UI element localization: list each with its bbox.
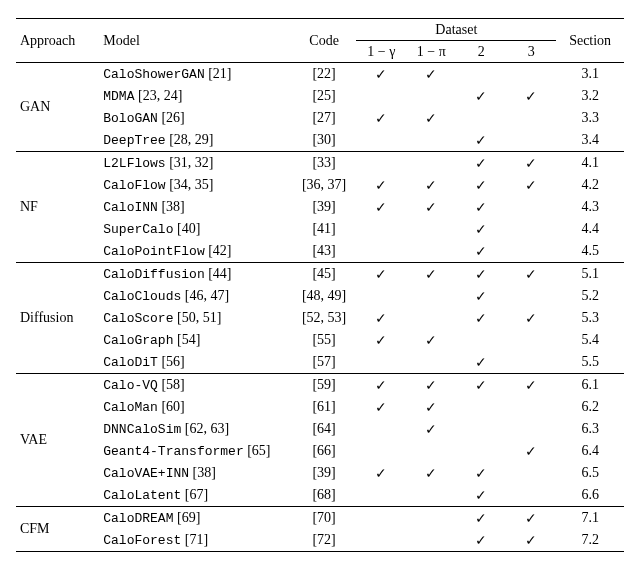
model-cell: CaloFlow [34, 35] [99, 174, 292, 196]
dataset-cell [356, 396, 406, 418]
model-ref: [38] [158, 199, 185, 214]
dataset-cell [456, 329, 506, 351]
model-ref: [50, 51] [173, 310, 221, 325]
dataset-cell [356, 374, 406, 397]
check-icon [375, 333, 387, 348]
code-cell: [52, 53] [292, 307, 357, 329]
section-cell: 6.4 [556, 440, 624, 462]
dataset-cell [406, 529, 456, 552]
table-row: CaloPointFlow [42][43]4.5 [16, 240, 624, 263]
model-cell: CaloScore [50, 51] [99, 307, 292, 329]
section-cell: 6.6 [556, 484, 624, 507]
dataset-cell [356, 285, 406, 307]
check-icon [475, 156, 487, 171]
model-ref: [46, 47] [181, 288, 229, 303]
dataset-cell [406, 285, 456, 307]
model-cell: CaloGraph [54] [99, 329, 292, 351]
dataset-cell [356, 196, 406, 218]
dataset-cell [406, 152, 456, 175]
model-name: CaloLatent [103, 488, 181, 503]
table-row: CaloDiT [56][57]5.5 [16, 351, 624, 374]
model-name: CaloPointFlow [103, 244, 204, 259]
check-icon [475, 222, 487, 237]
table-row: Geant4-Transformer [65][66]6.4 [16, 440, 624, 462]
model-cell: BoloGAN [26] [99, 107, 292, 129]
table-row: CaloGraph [54][55]5.4 [16, 329, 624, 351]
code-cell: [27] [292, 107, 357, 129]
col-ds4: 3 [506, 41, 556, 63]
model-cell: CaloDREAM [69] [99, 507, 292, 530]
model-name: CaloClouds [103, 289, 181, 304]
dataset-cell [356, 529, 406, 552]
model-name: CaloMan [103, 400, 158, 415]
model-name: SuperCalo [103, 222, 173, 237]
section-cell: 3.1 [556, 63, 624, 86]
col-code: Code [292, 19, 357, 63]
section-cell: 3.3 [556, 107, 624, 129]
model-name: CaloScore [103, 311, 173, 326]
section-cell: 7.2 [556, 529, 624, 552]
check-icon [375, 67, 387, 82]
model-cell: Geant4-Transformer [65] [99, 440, 292, 462]
check-icon [425, 67, 437, 82]
dataset-cell [456, 440, 506, 462]
dataset-cell [506, 529, 556, 552]
check-icon [475, 488, 487, 503]
check-icon [425, 422, 437, 437]
dataset-cell [356, 174, 406, 196]
dataset-cell [456, 129, 506, 152]
check-icon [425, 111, 437, 126]
model-ref: [69] [173, 510, 200, 525]
table-row: CaloMan [60][61]6.2 [16, 396, 624, 418]
section-cell: 6.2 [556, 396, 624, 418]
dataset-cell [506, 396, 556, 418]
dataset-cell [406, 240, 456, 263]
dataset-cell [506, 507, 556, 530]
dataset-cell [406, 440, 456, 462]
dataset-cell [456, 351, 506, 374]
model-name: CaloForest [103, 533, 181, 548]
section-cell: 4.4 [556, 218, 624, 240]
dataset-cell [356, 129, 406, 152]
code-cell: [39] [292, 196, 357, 218]
check-icon [375, 111, 387, 126]
code-cell: [59] [292, 374, 357, 397]
model-name: CaloDREAM [103, 511, 173, 526]
dataset-cell [406, 196, 456, 218]
check-icon [375, 400, 387, 415]
dataset-cell [356, 307, 406, 329]
model-name: CaloDiT [103, 355, 158, 370]
dataset-cell [506, 174, 556, 196]
section-cell: 3.2 [556, 85, 624, 107]
dataset-cell [356, 107, 406, 129]
check-icon [475, 378, 487, 393]
table-row: CaloForest [71][72]7.2 [16, 529, 624, 552]
model-ref: [54] [173, 332, 200, 347]
model-ref: [26] [158, 110, 185, 125]
model-cell: CaloDiffusion [44] [99, 263, 292, 286]
model-ref: [23, 24] [134, 88, 182, 103]
dataset-cell [456, 418, 506, 440]
dataset-cell [406, 507, 456, 530]
check-icon [425, 178, 437, 193]
dataset-cell [406, 351, 456, 374]
dataset-cell [506, 107, 556, 129]
dataset-cell [406, 374, 456, 397]
dataset-cell [406, 396, 456, 418]
dataset-cell [456, 484, 506, 507]
code-cell: [70] [292, 507, 357, 530]
check-icon [375, 178, 387, 193]
model-cell: DNNCaloSim [62, 63] [99, 418, 292, 440]
col-model: Model [99, 19, 292, 63]
dataset-cell [506, 85, 556, 107]
check-icon [525, 533, 537, 548]
model-name: Calo-VQ [103, 378, 158, 393]
model-cell: SuperCalo [40] [99, 218, 292, 240]
table-row: BoloGAN [26][27]3.3 [16, 107, 624, 129]
dataset-cell [506, 218, 556, 240]
check-icon [475, 89, 487, 104]
dataset-cell [506, 484, 556, 507]
check-icon [525, 444, 537, 459]
model-ref: [38] [189, 465, 216, 480]
model-ref: [58] [158, 377, 185, 392]
